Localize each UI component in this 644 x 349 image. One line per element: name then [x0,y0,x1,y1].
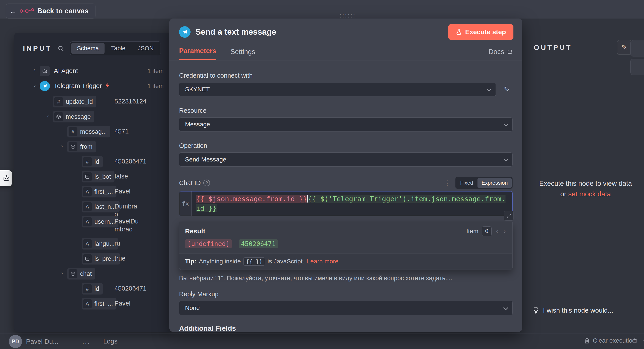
tree-row-telegram-trigger[interactable]: ⌄ Telegram Trigger 1 item [14,78,172,93]
string-icon: A [83,239,92,248]
tab-schema[interactable]: Schema [71,43,104,54]
tree-row-object[interactable]: ⌄ from [14,138,172,153]
value-mode-toggle: Fixed Expression [456,177,512,188]
back-to-canvas-button[interactable]: ← Back to canvas [6,4,96,18]
fixed-toggle[interactable]: Fixed [456,178,477,188]
node-detail-modal: Send a text message Execute step Paramet… [170,18,522,332]
node-feedback-button[interactable]: I wish this node would... [533,307,613,314]
tree-row-field[interactable]: Alangu... ru [14,235,172,250]
tree-row-field[interactable]: Afirst_... Pavel [14,183,172,198]
kebab-menu-icon[interactable]: ⋮ [439,179,456,187]
edit-credential-button[interactable]: ✎ [502,85,512,94]
chevron-down-icon[interactable]: ⌄ [57,268,67,275]
number-icon: # [83,157,92,166]
user-menu[interactable]: PD Pavel Du... ... [9,335,90,348]
telegram-icon [40,81,50,91]
set-mock-data-link[interactable]: set mock data [568,190,611,198]
node-label: Telegram Trigger [54,81,102,90]
reply-markup-select[interactable]: None [179,301,512,315]
credential-select[interactable]: SKYNET [179,82,496,96]
tree-row-field[interactable]: #id 450206471 [14,280,172,295]
logs-tab[interactable]: Logs [103,338,118,345]
tree-row-object[interactable]: ⌄ message [14,108,172,123]
side-panel-collapsed[interactable] [630,40,644,56]
chevron-down-icon[interactable]: ⌄ [30,81,40,88]
tree-row-field[interactable]: Afirst_... Pavel [14,295,172,310]
robot-icon [40,66,50,76]
help-icon[interactable]: ? [203,180,210,186]
chevron-right-icon[interactable]: › [30,66,40,73]
clear-execution-button[interactable]: Clear execution [584,337,636,344]
expression-toggle[interactable]: Expression [478,178,512,188]
input-view-tabs: Schema Table JSON [70,42,161,55]
next-item-icon[interactable]: › [503,228,506,235]
field-value: ru [114,239,120,247]
edit-output-button[interactable]: ✎ [617,40,632,55]
tab-parameters[interactable]: Parameters [179,47,216,60]
telegram-icon [179,26,190,38]
export-icon[interactable] [632,337,638,343]
empty-state-line1: Execute this node to view data [527,178,644,189]
docs-link[interactable]: Docs [488,48,512,60]
search-icon[interactable] [58,45,64,52]
back-arrow-icon: ← [10,7,16,15]
avatar: PD [9,335,22,348]
operation-select[interactable]: Send Message [179,152,512,166]
prev-item-icon[interactable]: ‹ [495,228,499,235]
tree-row-field[interactable]: is_pre... true [14,250,172,265]
object-icon [54,112,63,121]
reply-markup-value: None [185,304,200,312]
chat-assistant-button[interactable] [0,170,12,186]
item-count: 1 item [147,81,172,90]
tree-row-field[interactable]: Ausern... PavelDumbrao [14,213,172,235]
credential-value: SKYNET [185,86,210,93]
tab-json[interactable]: JSON [132,43,160,54]
lightbulb-icon [533,307,539,314]
clear-execution-label: Clear execution [593,337,636,344]
learn-more-link[interactable]: Learn more [307,258,338,265]
collapse-panel-icon[interactable] [642,338,644,343]
chevron-down-icon[interactable]: ⌄ [57,141,67,148]
result-title: Result [185,228,205,235]
chevron-down-icon [504,305,508,310]
tab-table[interactable]: Table [106,43,131,54]
node-label: AI Agent [54,66,78,74]
more-options-icon[interactable]: ... [82,338,90,346]
field-value: 4571 [114,127,129,135]
resource-value: Message [185,121,210,128]
tab-settings[interactable]: Settings [230,48,255,60]
node-title: Send a text message [196,27,276,36]
tree-row-field[interactable]: #update_id 522316124 [14,93,172,108]
number-icon: # [83,284,92,293]
tip-code-chip: {{ }} [244,258,265,266]
fx-badge: fx [179,192,192,216]
chevron-down-icon[interactable]: ⌄ [43,111,53,118]
expression-editor[interactable]: fx {{ $json.message.from.id }}{{ $('Tele… [179,191,512,216]
tree-row-ai-agent[interactable]: › AI Agent 1 item [14,63,172,78]
tree-row-field[interactable]: is_bot false [14,168,172,183]
tip-text: Anything inside [199,258,241,265]
external-link-icon [507,49,512,55]
result-value-chip: 450206471 [239,239,278,248]
tip-text: is JavaScript. [268,258,304,265]
tree-row-field[interactable]: Alast_n... Dumbrao [14,198,172,213]
lightning-icon [104,81,110,89]
tree-row-object[interactable]: ⌄ chat [14,265,172,280]
side-panel-collapsed[interactable] [630,59,644,75]
resource-select[interactable]: Message [179,117,512,132]
field-value: 522316124 [114,97,146,105]
expression-input[interactable]: {{ $json.message.from.id }}{{ $('Telegra… [192,192,512,216]
execute-step-button[interactable]: Execute step [448,24,514,40]
docs-label: Docs [488,48,504,56]
text-field-preview[interactable]: Вы набрали "1". Пожалуйста, уточните, чт… [179,275,512,282]
expression-invalid-part: {{ $json.message.from.id }} [196,195,307,203]
modal-header: Send a text message Execute step [170,18,522,44]
resource-label: Resource [179,107,512,114]
tree-row-field[interactable]: #id 450206471 [14,153,172,168]
bot-icon [3,174,10,182]
tree-row-field[interactable]: #messag... 4571 [14,123,172,138]
modal-tabs: Parameters Settings Docs [170,44,522,60]
chevron-down-icon [504,157,508,162]
expand-expression-button[interactable] [504,211,514,220]
input-title: INPUT [23,44,52,52]
